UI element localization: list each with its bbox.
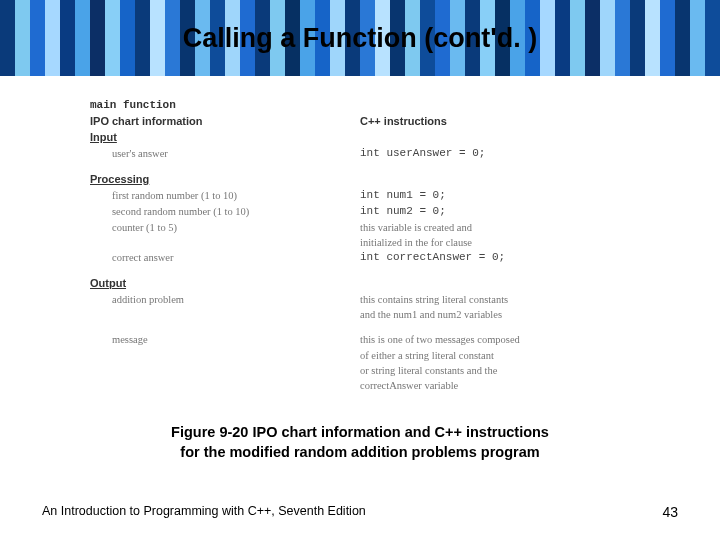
proc-item-2: second random number (1 to 10) <box>90 204 360 220</box>
input-item: user's answer <box>90 146 360 162</box>
processing-heading: Processing <box>90 172 630 188</box>
proc-item-3: counter (1 to 5) <box>90 220 360 235</box>
figure-caption: Figure 9-20 IPO chart information and C+… <box>90 423 630 462</box>
out-note-2c: or string literal constants and the <box>360 363 630 378</box>
proc-code-3: int correctAnswer = 0; <box>360 250 630 266</box>
out-note-1b: and the num1 and num2 variables <box>360 307 630 322</box>
proc-note-1a: this variable is created and <box>360 220 630 235</box>
slide-title-banner: Calling a Function (cont'd. ) <box>0 0 720 76</box>
output-heading: Output <box>90 276 630 292</box>
input-heading: Input <box>90 130 630 146</box>
cpp-instructions-label: C++ instructions <box>360 114 630 130</box>
slide-body: main function IPO chart information C++ … <box>0 76 720 462</box>
out-note-2d: correctAnswer variable <box>360 378 630 393</box>
out-item-2: message <box>90 332 360 347</box>
proc-item-4: correct answer <box>90 250 360 266</box>
footer-text: An Introduction to Programming with C++,… <box>42 504 366 520</box>
caption-line-1: Figure 9-20 IPO chart information and C+… <box>90 423 630 443</box>
proc-code-1: int num1 = 0; <box>360 188 630 204</box>
proc-note-1b: initialized in the for clause <box>360 235 630 250</box>
slide-title: Calling a Function (cont'd. ) <box>183 23 537 54</box>
ipo-chart-label: IPO chart information <box>90 114 360 130</box>
page-number: 43 <box>662 504 678 520</box>
out-item-1: addition problem <box>90 292 360 307</box>
out-note-2a: this is one of two messages composed <box>360 332 630 347</box>
caption-line-2: for the modified random addition problem… <box>90 443 630 463</box>
input-code: int userAnswer = 0; <box>360 146 630 162</box>
proc-code-2: int num2 = 0; <box>360 204 630 220</box>
proc-item-1: first random number (1 to 10) <box>90 188 360 204</box>
slide-footer: An Introduction to Programming with C++,… <box>0 504 720 520</box>
out-note-1a: this contains string literal constants <box>360 292 630 307</box>
out-note-2b: of either a string literal constant <box>360 348 630 363</box>
main-function-label: main function <box>90 98 360 114</box>
